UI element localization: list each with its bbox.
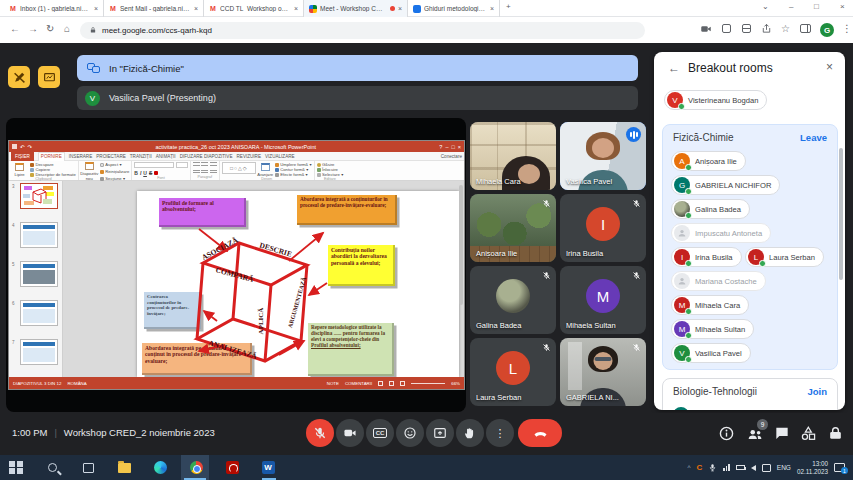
- member-chip-offline[interactable]: Mariana Costache: [671, 271, 766, 291]
- browser-tab-inbox[interactable]: M Inbox (1) - gabriela.nichifor@c ×: [4, 0, 104, 17]
- participant-chip-visterineanu[interactable]: V Visterineanu Bogdan: [664, 90, 767, 110]
- arrange-button[interactable]: Aranjare: [258, 162, 273, 177]
- video-tile-vasilica-pavel[interactable]: Vasilica Pavel: [560, 122, 646, 190]
- share-icon[interactable]: [761, 23, 772, 34]
- raise-hand-button[interactable]: [456, 419, 484, 447]
- browser-tab-ghiduri[interactable]: Ghiduri metodologice - Informa ×: [408, 0, 500, 17]
- camera-toggle-button[interactable]: [336, 419, 364, 447]
- tab-close-icon[interactable]: ×: [398, 5, 402, 12]
- language-indicator[interactable]: ENG: [777, 464, 791, 471]
- ribbon-tab-insert[interactable]: INSERARE: [69, 154, 93, 159]
- present-button[interactable]: [426, 419, 454, 447]
- tray-app-icon[interactable]: C: [697, 463, 703, 472]
- redo-icon[interactable]: ↷: [28, 144, 33, 150]
- slide-thumbnail-3[interactable]: [20, 183, 58, 209]
- canvas-scrollbar[interactable]: [459, 185, 463, 305]
- member-chip[interactable]: G GABRIELA NICHIFOR: [671, 175, 780, 195]
- tab-search-chevron-icon[interactable]: ⌄: [762, 2, 769, 11]
- tray-mic-icon[interactable]: [708, 463, 717, 472]
- word-button[interactable]: W: [260, 460, 276, 476]
- task-view-button[interactable]: [80, 460, 96, 476]
- slide-thumbnail-7[interactable]: [20, 339, 58, 365]
- ribbon-tab-animations[interactable]: ANIMAȚII: [156, 154, 176, 159]
- browser-tab-sent-mail[interactable]: M Sent Mail - gabriela.nichifor@e ×: [104, 0, 204, 17]
- window-minimize-button[interactable]: –: [789, 2, 793, 11]
- host-controls-button[interactable]: [827, 425, 844, 442]
- battery-icon[interactable]: [736, 465, 745, 470]
- window-maximize-button[interactable]: □: [814, 2, 819, 11]
- undo-icon[interactable]: ↶: [20, 144, 25, 150]
- ribbon-tab-transitions[interactable]: TRANZIȚII: [130, 154, 152, 159]
- reactions-button[interactable]: [396, 419, 424, 447]
- member-chip-offline[interactable]: Impuscatu Antoneta: [671, 223, 771, 243]
- panel-scrollbar[interactable]: [839, 148, 843, 280]
- reset-button[interactable]: Reinițializare: [100, 169, 129, 174]
- browser-tab-ccd-workshop[interactable]: M CCD TL_Workshop online CRED_ ×: [204, 0, 304, 17]
- ribbon-tab-slideshow[interactable]: DIFUZARE DIAPOZITIVE: [180, 154, 233, 159]
- ppt-minimize-button[interactable]: –: [445, 144, 448, 150]
- paste-button[interactable]: Lipire: [11, 162, 28, 177]
- tab-close-icon[interactable]: ×: [194, 5, 198, 12]
- new-tab-button[interactable]: +: [506, 2, 511, 11]
- annotation-pen-off-button[interactable]: [8, 66, 30, 88]
- slide-thumbnail-panel[interactable]: 3 4 5 6 7: [9, 181, 63, 379]
- video-tile-irina-busila[interactable]: I Irina Busila: [560, 194, 646, 262]
- ppt-maximize-button[interactable]: □: [451, 144, 454, 150]
- menu-kebab-icon[interactable]: ⋮: [842, 23, 852, 34]
- font-color-button[interactable]: [154, 171, 158, 175]
- comments-button[interactable]: COMENTARII: [345, 381, 372, 386]
- tab-close-icon[interactable]: ×: [294, 5, 298, 12]
- window-close-button[interactable]: ×: [840, 2, 845, 11]
- member-chip[interactable]: L Laura Serban: [745, 247, 824, 267]
- ribbon-tab-view[interactable]: VIZUALIZARE: [265, 154, 295, 159]
- bullets-button[interactable]: [193, 162, 200, 167]
- video-tile-anisoara-ilie[interactable]: Anișoara Ilie: [470, 194, 556, 262]
- sorter-view-button[interactable]: [389, 381, 394, 386]
- taskbar-clock[interactable]: 13:00 02.11.2023: [797, 460, 828, 474]
- video-tile-mihaela-cara[interactable]: Mihaela Cara: [470, 122, 556, 190]
- network-icon[interactable]: [723, 464, 730, 471]
- file-explorer-button[interactable]: [116, 460, 132, 476]
- normal-view-button[interactable]: [378, 381, 383, 386]
- end-call-button[interactable]: [518, 419, 562, 447]
- acrobat-button[interactable]: [224, 460, 240, 476]
- join-room-button[interactable]: Join: [807, 386, 827, 397]
- leave-room-button[interactable]: Leave: [800, 132, 827, 143]
- camera-icon[interactable]: [700, 23, 712, 35]
- side-panel-icon[interactable]: [800, 24, 811, 33]
- tab-close-icon[interactable]: ×: [490, 5, 494, 12]
- member-chip[interactable]: M Mihaela Sultan: [671, 319, 754, 339]
- ribbon-tab-review[interactable]: REVIZUIRE: [237, 154, 262, 159]
- star-icon[interactable]: ☆: [781, 23, 790, 34]
- notification-center-button[interactable]: 1: [834, 463, 845, 472]
- open-window-icon[interactable]: [722, 24, 731, 33]
- chrome-button[interactable]: [188, 460, 204, 476]
- video-tile-mihaela-sultan[interactable]: M Mihaela Sultan: [560, 266, 646, 334]
- font-name-select[interactable]: [134, 162, 174, 168]
- whiteboard-button[interactable]: [38, 66, 60, 88]
- browser-tab-meet-active[interactable]: Meet - Workshop CRED_2 n ×: [304, 0, 408, 17]
- video-tile-galina-badea[interactable]: Galina Badea: [470, 266, 556, 334]
- tab-close-icon[interactable]: ×: [94, 5, 98, 12]
- numbering-button[interactable]: [201, 162, 208, 167]
- notes-button[interactable]: NOTE: [327, 381, 339, 386]
- member-chip[interactable]: Galina Badea: [671, 199, 750, 219]
- ppt-close-button[interactable]: ×: [458, 144, 461, 150]
- translate-icon[interactable]: [742, 24, 751, 33]
- shapes-gallery[interactable]: □○△◇: [222, 162, 256, 174]
- video-tile-gabriela[interactable]: GABRIELA NI...: [560, 338, 646, 406]
- save-icon[interactable]: [12, 144, 17, 149]
- activities-button[interactable]: [800, 425, 817, 442]
- help-icon[interactable]: ?: [439, 144, 442, 150]
- meeting-details-button[interactable]: [718, 425, 735, 442]
- slide-thumbnail-6[interactable]: [20, 300, 58, 326]
- sign-in-label[interactable]: Conectare: [441, 154, 462, 159]
- address-input[interactable]: meet.google.com/ccs-qarh-kqd: [80, 22, 645, 39]
- ribbon-tab-home[interactable]: PORNIRE: [38, 152, 65, 161]
- member-chip[interactable]: M Mihaela Cara: [671, 295, 749, 315]
- more-options-button[interactable]: ⋮: [486, 419, 514, 447]
- indent-button[interactable]: [210, 162, 217, 167]
- member-chip[interactable]: A Anișoara Ilie: [671, 151, 746, 171]
- window-tray-icon[interactable]: [762, 464, 771, 472]
- slide-thumbnail-4[interactable]: [20, 222, 58, 248]
